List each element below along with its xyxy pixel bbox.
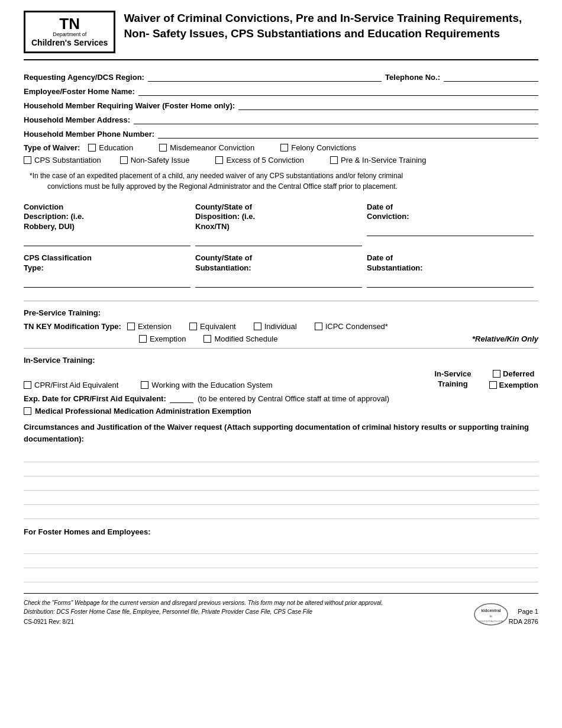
circum-line-5[interactable] <box>24 506 538 519</box>
svg-text:kidcentral: kidcentral <box>481 608 500 613</box>
exemption-label: Exemption <box>150 334 186 343</box>
deferred-checkbox[interactable] <box>493 370 500 378</box>
education-checkbox[interactable] <box>88 144 96 152</box>
working-item[interactable]: Working with the Education System <box>141 381 272 389</box>
county-subst-label: County/State of Substantiation: <box>195 253 362 273</box>
cpr-item[interactable]: CPR/First Aid Equivalent <box>24 381 118 389</box>
extension-checkbox[interactable] <box>127 323 135 330</box>
svg-text:KIDCENTRALTN.COM: KIDCENTRALTN.COM <box>479 620 503 623</box>
county-subst-value[interactable] <box>195 276 362 288</box>
page-title: Waiver of Criminal Convictions, Pre and … <box>124 11 538 41</box>
county-state-value[interactable] <box>195 234 362 246</box>
waiver-nonsafety[interactable]: Non-Safety Issue <box>120 156 190 165</box>
felony-label: Felony Convictions <box>291 143 356 152</box>
preinservice-label: Pre & In-Service Training <box>341 156 427 165</box>
disclaimer-text2: convictions must be fully approved by th… <box>30 181 532 192</box>
in-service-title: In-Service Training: <box>24 356 538 365</box>
excess5-label: Excess of 5 Conviction <box>226 156 304 165</box>
circum-line-3[interactable] <box>24 478 538 491</box>
page-label: Page 1 <box>509 607 538 617</box>
equiv-item[interactable]: Equivalent <box>189 322 236 331</box>
kidcentral-logo-svg: kidcentral tn KIDCENTRALTN.COM <box>473 603 509 626</box>
tn-key-row2: Exemption Modified Schedule *Relative/Ki… <box>24 334 538 343</box>
household-address-value[interactable] <box>134 114 538 124</box>
conv-cell-1-1: Conviction Description: (i.e. Robbery, D… <box>24 200 195 252</box>
icpc-label: ICPC Condensed* <box>325 322 388 331</box>
date-conviction-value[interactable] <box>367 224 534 236</box>
pre-service-title: Pre-Service Training: <box>24 308 538 317</box>
in-service-right: In-ServiceTraining Deferred Exemption <box>434 369 538 389</box>
circum-line-4[interactable] <box>24 492 538 505</box>
footer-line2: Distribution: DCS Foster Home Case file,… <box>24 607 473 616</box>
in-service-section: In-Service Training: CPR/First Aid Equiv… <box>24 356 538 415</box>
household-waiver-value[interactable] <box>238 99 538 110</box>
nonsafety-label: Non-Safety Issue <box>131 156 190 165</box>
waiver-cps[interactable]: CPS Substantiation <box>24 156 101 165</box>
exemption-row[interactable]: Exemption <box>489 381 538 389</box>
cpr-date-row: Exp. Date for CPR/First Aid Equivalent: … <box>24 394 538 403</box>
felony-checkbox[interactable] <box>280 144 288 152</box>
telephone-label: Telephone No.: <box>385 73 440 82</box>
waiver-excess5[interactable]: Excess of 5 Conviction <box>215 156 304 165</box>
modified-schedule-item[interactable]: Modified Schedule <box>204 334 277 343</box>
excess5-checkbox[interactable] <box>215 156 223 164</box>
waiver-education[interactable]: Education <box>88 143 133 152</box>
agency-value[interactable] <box>148 71 382 82</box>
telephone-value[interactable] <box>444 71 538 82</box>
in-service-exemption-checkbox[interactable] <box>489 381 497 389</box>
waiver-felony[interactable]: Felony Convictions <box>280 143 356 152</box>
date-subst-label: Date of Substantiation: <box>367 253 534 273</box>
circumstances-section: Circumstances and Justification of the W… <box>24 421 538 519</box>
employee-value[interactable] <box>138 85 538 96</box>
icpc-checkbox[interactable] <box>315 323 322 330</box>
employee-row: Employee/Foster Home Name: <box>24 85 538 96</box>
foster-line-2[interactable] <box>24 555 538 568</box>
conviction-desc-value[interactable] <box>24 234 190 246</box>
nonsafety-checkbox[interactable] <box>120 156 128 164</box>
medical-row[interactable]: Medical Professional Medication Administ… <box>24 407 538 415</box>
conv-cell-2-3: Date of Substantiation: <box>367 251 538 292</box>
cpr-checkbox[interactable] <box>24 381 31 389</box>
ext-item[interactable]: Extension <box>127 322 172 331</box>
tn-key-row1: TN KEY Modification Type: Extension Equi… <box>24 322 538 331</box>
cps-label: CPS Substantiation <box>34 156 101 165</box>
working-label: Working with the Education System <box>151 381 272 389</box>
household-phone-value[interactable] <box>158 128 538 138</box>
footer: Check the "Forms" Webpage for the curren… <box>24 593 538 626</box>
foster-line-1[interactable] <box>24 541 538 554</box>
logo-tn: TN <box>59 16 80 31</box>
training-col: In-ServiceTraining <box>434 369 471 389</box>
icpc-item[interactable]: ICPC Condensed* <box>315 322 388 331</box>
waiver-misdemeanor[interactable]: Misdemeanor Conviction <box>159 143 254 152</box>
footer-left: Check the "Forms" Webpage for the curren… <box>24 598 473 626</box>
equivalent-checkbox[interactable] <box>189 323 197 330</box>
deferred-label: Deferred <box>503 369 534 378</box>
household-waiver-label: Household Member Requiring Waiver (Foste… <box>24 101 235 110</box>
deferred-row[interactable]: Deferred <box>493 369 534 378</box>
misdemeanor-checkbox[interactable] <box>159 144 167 152</box>
date-subst-value[interactable] <box>367 276 534 288</box>
in-service-columns: In-ServiceTraining Deferred Exemption <box>434 369 538 389</box>
footer-right: Page 1 RDA 2876 <box>509 607 538 626</box>
svg-text:tn: tn <box>490 614 492 618</box>
working-checkbox[interactable] <box>141 381 148 389</box>
form-fields: Requesting Agency/DCS Region: Telephone … <box>24 71 538 138</box>
cps-checkbox[interactable] <box>24 156 31 164</box>
exemption-item[interactable]: Exemption <box>139 334 186 343</box>
circum-line-2[interactable] <box>24 463 538 476</box>
preinservice-checkbox[interactable] <box>330 156 338 164</box>
waiver-row1: Type of Waiver: Education Misdemeanor Co… <box>24 143 538 152</box>
foster-line-3[interactable] <box>24 569 538 582</box>
cps-class-label: CPS Classification Type: <box>24 253 190 273</box>
conv-cell-2-1: CPS Classification Type: <box>24 251 195 292</box>
individual-item[interactable]: Individual <box>254 322 297 331</box>
waiver-preinservice[interactable]: Pre & In-Service Training <box>330 156 427 165</box>
medical-checkbox[interactable] <box>24 407 31 415</box>
exemption-checkbox[interactable] <box>139 335 147 343</box>
modified-schedule-checkbox[interactable] <box>204 335 211 343</box>
circum-line-1[interactable] <box>24 449 538 462</box>
foster-section: For Foster Homes and Employees: <box>24 527 538 582</box>
cps-class-value[interactable] <box>24 276 190 288</box>
cpr-date-value[interactable] <box>170 402 193 403</box>
individual-checkbox[interactable] <box>254 323 261 330</box>
